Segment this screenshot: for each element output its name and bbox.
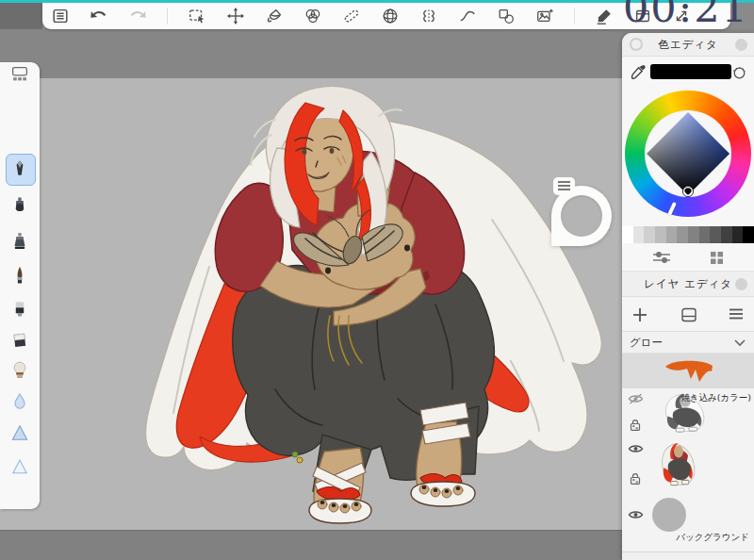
color-editor-header: 色エディタ bbox=[622, 33, 754, 57]
blend-mode-label: グロー bbox=[630, 336, 663, 350]
shapes-tool-button[interactable] bbox=[497, 7, 516, 25]
fill-bucket-button[interactable] bbox=[265, 7, 284, 25]
stylus-settings-button[interactable] bbox=[595, 7, 614, 25]
palette-view-toggles bbox=[622, 243, 754, 272]
ruler-tool-button[interactable] bbox=[342, 7, 361, 25]
layer-thumbnail-background bbox=[652, 498, 686, 532]
panel-dot-icon[interactable] bbox=[735, 278, 747, 290]
layer-editor-title: レイヤ エディタ bbox=[644, 277, 732, 291]
swatch[interactable] bbox=[699, 226, 711, 243]
layer-thumbnail-color-character bbox=[655, 439, 702, 488]
layer-card-icon[interactable] bbox=[680, 306, 698, 323]
swatch-strip bbox=[622, 226, 754, 243]
round-brush-icon[interactable] bbox=[0, 259, 40, 291]
brush-panel-toggle-icon[interactable] bbox=[0, 58, 40, 90]
swatch[interactable] bbox=[732, 226, 744, 243]
top-left-corner bbox=[0, 0, 42, 29]
pen-tool-icon[interactable] bbox=[0, 153, 40, 185]
select-tool-button[interactable] bbox=[188, 7, 206, 25]
eye-off-icon[interactable] bbox=[627, 392, 644, 405]
alpha-lock-icon[interactable] bbox=[628, 418, 642, 432]
eyedropper-icon[interactable] bbox=[630, 63, 647, 80]
swatch[interactable] bbox=[677, 226, 688, 243]
layer-actions-row bbox=[622, 297, 754, 332]
soft-mop-brush-icon[interactable] bbox=[0, 354, 40, 387]
hamburger-icon bbox=[558, 181, 570, 183]
flat-marker-icon[interactable] bbox=[0, 293, 40, 325]
smudge-outline-icon[interactable] bbox=[0, 451, 40, 483]
layer-thumbnail-orange bbox=[662, 357, 716, 384]
canvas-artwork bbox=[40, 78, 622, 530]
layer-menu-icon[interactable] bbox=[728, 306, 745, 321]
swatch[interactable] bbox=[743, 226, 754, 243]
sliders-icon[interactable] bbox=[652, 251, 671, 264]
eye-icon[interactable] bbox=[627, 508, 644, 520]
current-color-row bbox=[622, 57, 754, 87]
symmetry-tool-button[interactable] bbox=[419, 7, 438, 25]
undo-button[interactable] bbox=[90, 7, 108, 25]
layer-name-label: バックグラウンド bbox=[676, 532, 749, 544]
layer-row-character[interactable] bbox=[622, 436, 754, 492]
right-panel: 色エディタ bbox=[622, 33, 754, 560]
color-wheel-section bbox=[622, 87, 754, 226]
hue-wheel[interactable] bbox=[625, 91, 751, 217]
layer-row-glow[interactable] bbox=[622, 354, 754, 389]
recording-clock: 00:21 bbox=[623, 0, 749, 31]
swatch[interactable] bbox=[721, 226, 732, 243]
menu-button[interactable] bbox=[51, 7, 70, 25]
color-editor-title: 色エディタ bbox=[658, 38, 718, 52]
sv-diamond[interactable] bbox=[645, 110, 731, 197]
eye-icon[interactable] bbox=[627, 442, 644, 454]
swatch[interactable] bbox=[644, 226, 655, 243]
swatch[interactable] bbox=[666, 226, 678, 243]
swatch[interactable] bbox=[633, 226, 645, 243]
move-tool-button[interactable] bbox=[226, 7, 245, 25]
tool-sidebar bbox=[0, 62, 40, 509]
redo-button[interactable] bbox=[128, 7, 147, 25]
toolbar-divider bbox=[574, 8, 575, 25]
current-color-swatch[interactable] bbox=[650, 64, 731, 79]
eraser-icon[interactable] bbox=[0, 324, 40, 356]
color-dial-icon[interactable] bbox=[729, 62, 748, 81]
panel-dot-icon[interactable] bbox=[735, 39, 747, 51]
blend-circles-button[interactable] bbox=[303, 7, 322, 25]
water-blender-icon[interactable] bbox=[0, 386, 40, 418]
layer-editor-header: レイヤ エディタ bbox=[622, 272, 754, 297]
layer-row-burn[interactable]: 焼き込み(カラー) bbox=[622, 388, 754, 437]
blend-mode-dropdown[interactable]: グロー bbox=[622, 332, 754, 354]
add-image-button[interactable] bbox=[535, 7, 554, 25]
swatch[interactable] bbox=[655, 226, 666, 243]
swatch[interactable] bbox=[710, 226, 721, 243]
hue-tick-marker bbox=[667, 202, 677, 216]
marker-pen-icon[interactable] bbox=[0, 189, 40, 222]
smudge-filled-icon[interactable] bbox=[0, 417, 40, 449]
curve-tool-button[interactable] bbox=[458, 7, 477, 25]
mesh-3d-button[interactable] bbox=[381, 7, 400, 25]
layer-row-background[interactable]: バックグラウンド bbox=[622, 491, 754, 552]
panel-handle-icon[interactable] bbox=[630, 38, 643, 51]
airbrush-icon[interactable] bbox=[0, 225, 40, 257]
swatch[interactable] bbox=[688, 226, 699, 243]
alpha-lock-icon[interactable] bbox=[628, 471, 642, 486]
add-layer-icon[interactable] bbox=[631, 306, 648, 323]
app-window: 00:21 色エディタ bbox=[0, 0, 754, 560]
swatch-grid-icon[interactable] bbox=[709, 250, 724, 265]
chevron-down-icon bbox=[734, 339, 746, 347]
toolbar-divider bbox=[167, 8, 168, 25]
widget-menu-icon[interactable] bbox=[553, 177, 575, 195]
layer-blend-label: 焼き込み(カラー) bbox=[680, 392, 751, 404]
brush-ring-widget[interactable] bbox=[551, 177, 614, 247]
swatch[interactable] bbox=[622, 226, 633, 243]
